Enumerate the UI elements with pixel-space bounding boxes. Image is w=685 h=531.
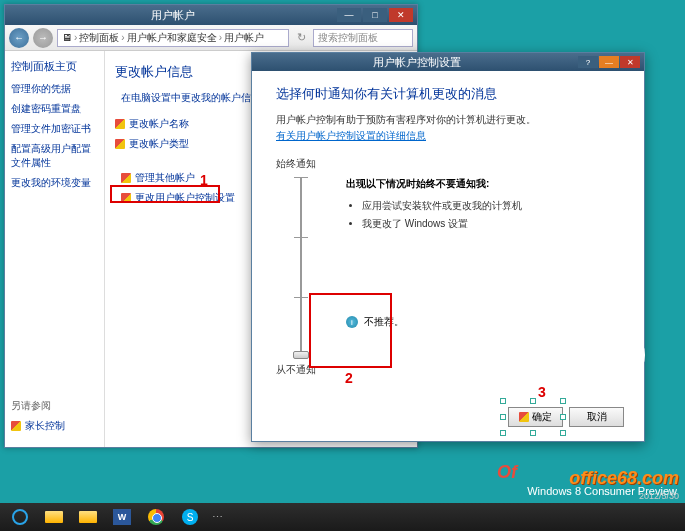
info-item: 应用尝试安装软件或更改我的计算机 <box>362 199 620 213</box>
ok-button[interactable]: 确定 <box>508 407 563 427</box>
breadcrumb-item[interactable]: 用户帐户 <box>224 31 264 45</box>
maximize-button[interactable]: □ <box>363 8 387 22</box>
navbar: ← → 🖥 › 控制面板 › 用户帐户和家庭安全 › 用户帐户 ↻ 搜索控制面板 <box>5 25 417 51</box>
uac-heading: 选择何时通知你有关计算机更改的消息 <box>276 85 620 103</box>
sidebar-item-credentials[interactable]: 管理你的凭据 <box>11 82 98 96</box>
info-heading: 出现以下情况时始终不要通知我: <box>346 177 620 191</box>
breadcrumb[interactable]: 🖥 › 控制面板 › 用户帐户和家庭安全 › 用户帐户 <box>57 29 289 47</box>
uac-titlebar[interactable]: 用户帐户控制设置 ? — ✕ <box>252 53 644 71</box>
info-icon: i <box>346 316 358 328</box>
shield-icon <box>519 412 529 422</box>
shield-icon <box>115 119 125 129</box>
taskbar-explorer[interactable] <box>38 506 70 528</box>
info-item: 我更改了 Windows 设置 <box>362 217 620 231</box>
cancel-button[interactable]: 取消 <box>569 407 624 427</box>
pc-icon: 🖥 <box>62 32 72 43</box>
selection-handle <box>500 414 506 420</box>
sidebar-item-encryption[interactable]: 管理文件加密证书 <box>11 122 98 136</box>
folder-icon <box>45 511 63 523</box>
not-recommended: i 不推荐。 <box>346 315 620 329</box>
taskbar-word[interactable]: W <box>106 506 138 528</box>
folder-icon <box>79 511 97 523</box>
sidebar-home[interactable]: 控制面板主页 <box>11 59 98 74</box>
skype-icon: S <box>182 509 198 525</box>
titlebar[interactable]: 用户帐户 — □ ✕ <box>5 5 417 25</box>
shield-icon <box>121 173 131 183</box>
selection-handle <box>530 398 536 404</box>
window-title: 用户帐户 <box>9 8 337 23</box>
taskbar-overflow[interactable]: ⋯ <box>212 511 223 524</box>
sidebar-item-profile[interactable]: 配置高级用户配置文件属性 <box>11 142 98 170</box>
taskbar-ie[interactable] <box>4 506 36 528</box>
taskbar-explorer-2[interactable] <box>72 506 104 528</box>
selection-handle <box>500 430 506 436</box>
help-button[interactable]: ? <box>578 56 598 68</box>
shield-icon <box>115 139 125 149</box>
sidebar-item-env[interactable]: 更改我的环境变量 <box>11 176 98 190</box>
watermark-date: 2012/5/30 <box>639 491 679 501</box>
taskbar-skype[interactable]: S <box>174 506 206 528</box>
slider-min-label: 从不通知 <box>276 363 326 377</box>
ie-icon <box>12 509 28 525</box>
slider-max-label: 始终通知 <box>276 157 326 171</box>
desktop-ring-decoration <box>585 325 645 385</box>
selection-handle <box>500 398 506 404</box>
word-icon: W <box>113 509 131 525</box>
sidebar-parental[interactable]: 家长控制 <box>11 419 98 433</box>
selection-handle <box>560 414 566 420</box>
sidebar: 控制面板主页 管理你的凭据 创建密码重置盘 管理文件加密证书 配置高级用户配置文… <box>5 51 105 447</box>
watermark-url: office68.com <box>569 468 679 489</box>
taskbar-chrome[interactable] <box>140 506 172 528</box>
slider-thumb[interactable] <box>293 351 309 359</box>
annotation-label-2: 2 <box>345 370 353 386</box>
selection-handle <box>530 430 536 436</box>
minimize-button[interactable]: — <box>337 8 361 22</box>
selection-handle <box>560 430 566 436</box>
annotation-label-1: 1 <box>200 172 208 188</box>
sidebar-item-reset-disk[interactable]: 创建密码重置盘 <box>11 102 98 116</box>
selection-handle <box>560 398 566 404</box>
uac-slider[interactable] <box>291 177 311 357</box>
chrome-icon <box>148 509 164 525</box>
uac-title: 用户帐户控制设置 <box>256 55 578 70</box>
shield-icon <box>11 421 21 431</box>
uac-dialog: 用户帐户控制设置 ? — ✕ 选择何时通知你有关计算机更改的消息 用户帐户控制有… <box>251 52 645 442</box>
close-button[interactable]: ✕ <box>620 56 640 68</box>
annotation-label-3: 3 <box>538 384 546 400</box>
forward-button[interactable]: → <box>33 28 53 48</box>
back-button[interactable]: ← <box>9 28 29 48</box>
sidebar-see-also: 另请参阅 <box>11 399 98 413</box>
uac-help-link[interactable]: 有关用户帐户控制设置的详细信息 <box>276 129 620 143</box>
minimize-button[interactable]: — <box>599 56 619 68</box>
refresh-icon[interactable]: ↻ <box>293 31 309 44</box>
breadcrumb-item[interactable]: 用户帐户和家庭安全 <box>127 31 217 45</box>
uac-desc: 用户帐户控制有助于预防有害程序对你的计算机进行更改。 <box>276 113 620 127</box>
close-button[interactable]: ✕ <box>389 8 413 22</box>
shield-icon <box>121 193 131 203</box>
window-controls: — □ ✕ <box>337 8 413 22</box>
search-input[interactable]: 搜索控制面板 <box>313 29 413 47</box>
watermark-of: Of <box>497 462 517 483</box>
taskbar: W S ⋯ <box>0 503 685 531</box>
breadcrumb-item[interactable]: 控制面板 <box>79 31 119 45</box>
